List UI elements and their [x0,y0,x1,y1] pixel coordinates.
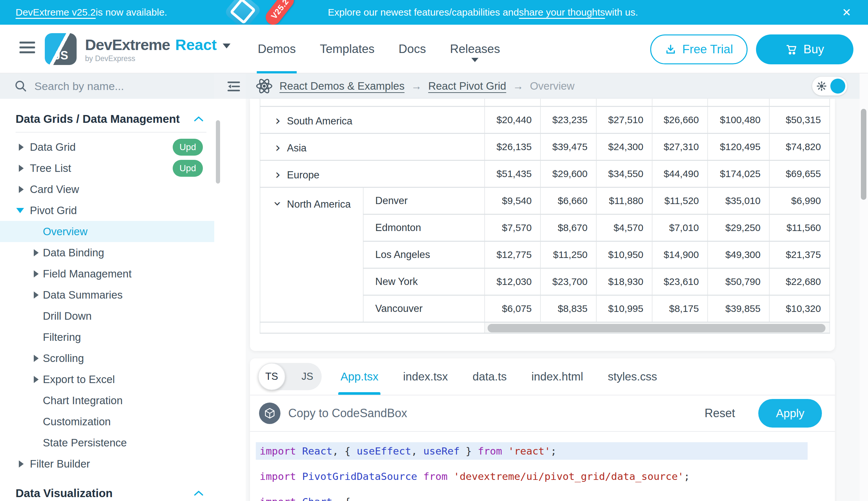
breadcrumb-link-pivot-grid[interactable]: React Pivot Grid [428,80,506,92]
expand-arrow-icon[interactable] [34,376,39,383]
page-scrollbar-thumb[interactable] [861,109,866,200]
collapse-sidebar-icon[interactable] [227,81,240,94]
sidebar: Data Grids / Data Management Data Grid U… [0,73,214,501]
sidebar-item-filter-builder[interactable]: Filter Builder [0,453,214,475]
nav-docs[interactable]: Docs [399,25,426,73]
expand-chevron-icon[interactable] [275,167,281,182]
sidebar-item-scrolling[interactable]: Scrolling [0,348,214,369]
pivot-cell: $20,440 [485,106,540,133]
buy-button[interactable]: Buy [756,34,854,64]
collapse-chevron-icon[interactable] [271,201,285,206]
language-toggle-knob[interactable]: TS [258,363,285,390]
section-data-grids[interactable]: Data Grids / Data Management [0,108,214,130]
codesandbox-icon[interactable] [259,403,281,424]
expand-arrow-icon[interactable] [34,355,39,362]
sidebar-scrollbar[interactable] [216,120,220,183]
main-nav: Demos Templates Docs Releases [258,25,500,73]
share-thoughts-link[interactable]: share your thoughts [519,7,605,18]
sidebar-item-state-persistence[interactable]: State Persistence [0,432,214,453]
theme-toggle[interactable] [812,77,847,96]
pivot-grid-card: South America $20,440 $23,235 $27,510 $2… [250,99,835,351]
breadcrumb-bar: React Demos & Examples → React Pivot Gri… [246,73,868,99]
code-panel-card: TS JS App.tsx index.tsx data.ts index.ht… [250,358,835,501]
banner-message: Explore our newest features/capabilities… [328,0,638,25]
pivot-cell: $6,075 [485,295,540,322]
pivot-cell: $26,660 [652,106,708,133]
pivot-cell: $22,680 [769,268,830,295]
pivot-cell: $12,775 [485,241,540,268]
chevron-up-icon[interactable] [194,490,203,496]
search-input[interactable] [34,80,190,93]
horizontal-scrollbar[interactable] [487,324,825,332]
pivot-row-header[interactable]: South America [260,106,485,133]
sidebar-item-customization[interactable]: Customization [0,411,214,432]
language-toggle-alt[interactable]: JS [301,363,313,390]
free-trial-button[interactable]: Free Trial [650,34,748,64]
tab-styles-css[interactable]: styles.css [608,370,657,383]
expand-arrow-icon[interactable] [34,249,39,256]
pivot-row-header[interactable]: Asia [260,133,485,160]
expand-arrow-icon[interactable] [34,270,39,277]
apply-button[interactable]: Apply [758,399,822,428]
pivot-row-header[interactable]: Europe [260,160,485,187]
sidebar-item-data-grid[interactable]: Data Grid Upd [0,137,214,158]
tab-app-tsx[interactable]: App.tsx [341,370,378,383]
sidebar-item-chart-integration[interactable]: Chart Integration [0,390,214,411]
pivot-cell: $27,510 [596,106,652,133]
pivot-cell: $50,790 [708,268,769,295]
sidebar-item-pivot-grid[interactable]: Pivot Grid [0,200,214,221]
section-data-visualization[interactable]: Data Visualization [0,482,214,501]
page-scrollbar-track[interactable] [859,73,868,501]
content-area: React Demos & Examples → React Pivot Gri… [246,73,868,501]
pivot-city-cell: Edmonton [363,214,485,241]
nav-demos[interactable]: Demos [258,25,296,73]
sidebar-item-filtering[interactable]: Filtering [0,327,214,348]
pivot-cell: $24,300 [596,133,652,160]
sidebar-item-drill-down[interactable]: Drill Down [0,306,214,327]
pivot-cell: $7,570 [485,214,540,241]
brand-block[interactable]: DevExtreme React by DevExpress [85,36,230,63]
sidebar-item-data-binding[interactable]: Data Binding [0,242,214,263]
breadcrumb-link-demos[interactable]: React Demos & Examples [279,80,405,92]
pivot-row-header-north-america[interactable]: North America [260,187,363,322]
tab-data-ts[interactable]: data.ts [473,370,507,383]
pivot-cell: $11,560 [769,214,830,241]
version-badge: V25.2 [263,0,297,28]
devextreme-js-logo[interactable]: JS [45,33,77,65]
nav-templates[interactable]: Templates [320,25,375,73]
sidebar-item-tree-list[interactable]: Tree List Upd [0,158,214,179]
pivot-cell: $34,550 [596,160,652,187]
reset-button[interactable]: Reset [704,406,735,420]
theme-toggle-knob[interactable] [830,79,845,94]
expand-chevron-icon[interactable] [275,113,281,128]
banner-release-link[interactable]: DevExtreme v25.2 [15,7,96,18]
expand-arrow-icon[interactable] [34,291,39,299]
chevron-up-icon[interactable] [194,116,203,122]
pivot-cell: $9,540 [485,187,540,214]
hamburger-menu-icon[interactable] [20,42,36,56]
collapse-arrow-icon[interactable] [16,208,24,213]
tab-index-tsx[interactable]: index.tsx [403,370,448,383]
expand-arrow-icon[interactable] [19,186,24,193]
sidebar-item-field-management[interactable]: Field Management [0,263,214,284]
sidebar-item-export-to-excel[interactable]: Export to Excel [0,369,214,390]
code-editor[interactable]: import React, { useEffect, useRef } from… [250,432,835,501]
page: DevExtreme v25.2 is now available. V25.2… [0,0,868,501]
pivot-cell: $69,655 [769,160,830,187]
expand-arrow-icon[interactable] [19,143,24,151]
pivot-cell: $8,670 [540,214,596,241]
banner-close-icon[interactable]: ✕ [839,0,854,25]
expand-chevron-icon[interactable] [275,140,281,155]
expand-arrow-icon[interactable] [19,460,24,468]
app-header: JS DevExtreme React by DevExpress Demos … [0,25,868,73]
expand-arrow-icon[interactable] [19,165,24,172]
sidebar-item-overview[interactable]: Overview [0,221,214,242]
sidebar-item-card-view[interactable]: Card View [0,179,214,200]
tab-index-html[interactable]: index.html [531,370,583,383]
platform-dropdown-caret-icon[interactable] [223,44,230,49]
sidebar-item-data-summaries[interactable]: Data Summaries [0,284,214,306]
language-toggle[interactable]: TS JS [258,363,322,390]
copy-to-codesandbox-link[interactable]: Copy to CodeSandBox [288,406,407,420]
nav-releases[interactable]: Releases [450,25,500,73]
download-icon [665,44,677,55]
